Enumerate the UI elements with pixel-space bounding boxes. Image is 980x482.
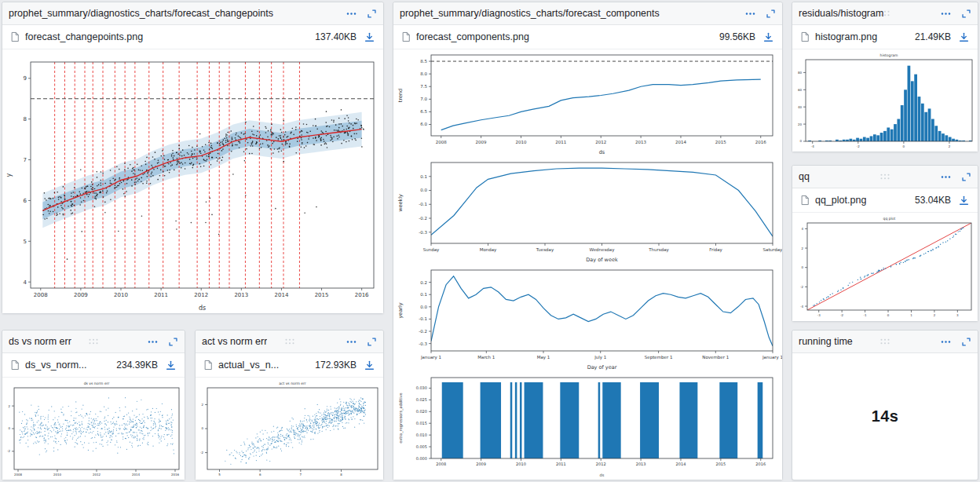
panel-title: prophet_summary/diagnostics_charts/forec… [400, 8, 660, 19]
expand-icon[interactable] [961, 172, 971, 182]
svg-text:2010: 2010 [515, 140, 526, 144]
svg-text:0.0: 0.0 [420, 305, 427, 309]
svg-text:Sunday: Sunday [423, 247, 440, 253]
svg-text:November 1: November 1 [702, 355, 729, 360]
file-name: qq_plot.png [815, 195, 866, 206]
download-icon[interactable] [364, 31, 375, 43]
svg-text:2013: 2013 [635, 140, 646, 144]
download-icon[interactable] [958, 31, 970, 43]
download-icon[interactable] [762, 31, 774, 43]
panel-act-vs-norm-err: act vs norm err actual_vs_n... 172.93KB … [195, 330, 384, 480]
more-options-icon[interactable] [940, 336, 952, 348]
svg-text:0.020: 0.020 [416, 409, 427, 414]
download-icon[interactable] [958, 195, 970, 206]
drag-handle-icon[interactable] [880, 173, 890, 181]
file-row: histogram.png 21.49KB [792, 25, 978, 49]
panel-qq: qq qq_plot.png 53.04KB -3-2-10123-4-2024… [792, 165, 978, 322]
svg-text:8: 8 [24, 116, 27, 122]
drag-handle-icon[interactable] [880, 338, 890, 345]
svg-text:0.005: 0.005 [416, 444, 427, 449]
svg-text:-3: -3 [817, 313, 821, 317]
more-options-icon[interactable] [744, 8, 756, 20]
svg-text:4: 4 [801, 227, 803, 231]
svg-text:2014: 2014 [132, 473, 141, 477]
svg-text:ds: ds [599, 149, 605, 155]
more-options-icon[interactable] [147, 336, 159, 348]
file-size: 99.56KB [719, 31, 757, 42]
svg-text:weekly: weekly [397, 194, 404, 212]
chart-yearly-component: January 1March 1May 1July 1September 1No… [393, 265, 782, 372]
svg-text:2011: 2011 [556, 462, 566, 466]
drag-handle-icon[interactable] [284, 338, 294, 345]
svg-text:2010: 2010 [114, 292, 128, 298]
svg-text:histogram: histogram [880, 53, 898, 57]
panel-title: act vs norm err [202, 336, 267, 347]
svg-text:-2: -2 [840, 313, 843, 317]
svg-text:0.015: 0.015 [416, 421, 427, 425]
download-icon[interactable] [364, 360, 375, 371]
svg-text:-0.2: -0.2 [419, 329, 427, 334]
svg-text:-2: -2 [200, 451, 203, 455]
svg-text:2: 2 [8, 404, 10, 408]
svg-text:ds: ds [600, 473, 605, 477]
more-options-icon[interactable] [346, 8, 357, 20]
expand-icon[interactable] [367, 9, 377, 19]
panel-header: prophet_summary/diagnostics_charts/forec… [393, 2, 782, 25]
svg-text:0: 0 [799, 139, 802, 143]
panel-title: ds vs norm err [9, 336, 71, 347]
download-icon[interactable] [165, 360, 177, 371]
svg-text:0: 0 [903, 144, 905, 148]
svg-text:2008: 2008 [14, 473, 23, 477]
expand-icon[interactable] [961, 337, 971, 347]
panel-forecast-components: prophet_summary/diagnostics_charts/forec… [393, 2, 783, 480]
runtime-body: 14s [792, 353, 978, 480]
svg-text:Day of week: Day of week [586, 257, 618, 263]
drag-handle-icon[interactable] [89, 338, 99, 345]
expand-icon[interactable] [168, 337, 178, 347]
svg-text:2008: 2008 [34, 292, 48, 298]
expand-icon[interactable] [766, 9, 776, 19]
panel-header: act vs norm err [196, 330, 383, 353]
svg-text:40: 40 [798, 105, 803, 109]
expand-icon[interactable] [367, 337, 377, 347]
svg-text:March 1: March 1 [477, 355, 495, 360]
more-options-icon[interactable] [940, 8, 952, 20]
more-options-icon[interactable] [346, 336, 357, 348]
svg-text:8.0: 8.0 [420, 71, 427, 76]
svg-text:0.030: 0.030 [416, 385, 427, 390]
svg-text:Wednesday: Wednesday [590, 247, 616, 253]
file-icon [800, 31, 810, 42]
chart-trend-component: 2008200920102011201220132014201520166.06… [393, 49, 782, 157]
svg-text:ds vs norm err: ds vs norm err [84, 382, 110, 385]
chart-forecast-components: 2008200920102011201220132014201520166.06… [393, 49, 782, 480]
file-size: 172.93KB [315, 360, 358, 371]
svg-text:0.010: 0.010 [416, 433, 427, 437]
file-icon [800, 195, 810, 206]
svg-text:-0.3: -0.3 [419, 230, 427, 235]
svg-text:2016: 2016 [355, 292, 369, 298]
svg-text:2014: 2014 [675, 140, 686, 144]
svg-text:2016: 2016 [755, 140, 766, 144]
svg-text:2008: 2008 [436, 140, 447, 144]
file-icon [10, 360, 20, 371]
svg-text:6: 6 [259, 473, 261, 477]
file-row: ds_vs_norm... 234.39KB [2, 353, 185, 378]
chart-forecast-changepoints: 2008200920102011201220132014201520164567… [2, 49, 383, 313]
file-size: 234.39KB [116, 360, 159, 371]
file-row: forecast_components.png 99.56KB [393, 25, 782, 49]
svg-text:4: 4 [24, 279, 27, 286]
svg-text:20: 20 [798, 122, 803, 126]
svg-text:2: 2 [201, 403, 203, 407]
svg-text:Thursday: Thursday [648, 247, 669, 253]
file-name: histogram.png [815, 31, 877, 42]
svg-text:0: 0 [887, 313, 890, 317]
svg-text:2009: 2009 [476, 462, 486, 466]
svg-text:0.1: 0.1 [420, 292, 427, 297]
panel-ds-vs-norm-err: ds vs norm err ds_vs_norm... 234.39KB 20… [2, 330, 185, 480]
svg-text:2015: 2015 [315, 292, 329, 298]
chart-weekly-component: SundayMondayTuesdayWednesdayThursdayFrid… [393, 157, 782, 265]
expand-icon[interactable] [961, 9, 971, 19]
svg-text:Monday: Monday [480, 247, 497, 253]
more-options-icon[interactable] [940, 171, 952, 183]
svg-text:January 1: January 1 [762, 355, 782, 360]
